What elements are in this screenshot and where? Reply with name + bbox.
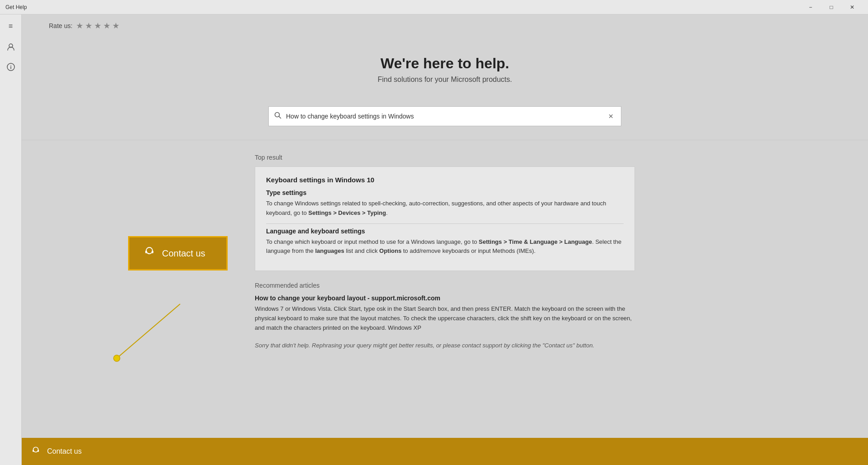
contact-us-callout-button[interactable]: Contact us bbox=[128, 236, 228, 270]
sidebar-item-contact[interactable] bbox=[2, 38, 20, 56]
clear-search-button[interactable]: ✕ bbox=[606, 111, 615, 122]
article-item: How to change your keyboard layout - sup… bbox=[255, 294, 635, 332]
svg-line-5 bbox=[279, 117, 281, 119]
hero-title: We're here to help. bbox=[31, 55, 859, 72]
search-input[interactable] bbox=[286, 113, 606, 120]
contact-callout-label: Contact us bbox=[162, 248, 205, 259]
sorry-text: Sorry that didn't help. Rephrasing your … bbox=[255, 342, 635, 349]
contact-person-icon bbox=[6, 43, 15, 52]
article-text: Windows 7 or Windows Vista. Click Start,… bbox=[255, 304, 635, 332]
language-settings-text: To change which keyboard or input method… bbox=[266, 237, 624, 256]
callout-headset-icon bbox=[143, 246, 156, 261]
main-content: Rate us: ★ ★ ★ ★ ★ We're here to help. F… bbox=[22, 14, 868, 465]
svg-rect-7 bbox=[145, 251, 147, 253]
maximize-button[interactable]: □ bbox=[821, 0, 842, 14]
close-button[interactable]: ✕ bbox=[842, 0, 863, 14]
search-box: ✕ bbox=[268, 106, 621, 126]
rating-bar: Rate us: ★ ★ ★ ★ ★ bbox=[22, 14, 868, 37]
svg-point-11 bbox=[33, 447, 38, 452]
bottom-contact-bar[interactable]: Contact us bbox=[22, 438, 868, 465]
language-settings-title: Language and keyboard settings bbox=[266, 223, 624, 235]
recommended-label: Recommended articles bbox=[255, 282, 635, 289]
contact-callout: Contact us bbox=[128, 236, 228, 270]
star-rating[interactable]: ★ ★ ★ ★ ★ bbox=[76, 21, 119, 31]
type-settings-title: Type settings bbox=[266, 189, 624, 196]
svg-rect-12 bbox=[33, 450, 34, 452]
title-bar: Get Help − □ ✕ bbox=[0, 0, 868, 14]
star-5[interactable]: ★ bbox=[112, 21, 119, 31]
rating-label: Rate us: bbox=[49, 22, 72, 29]
minimize-button[interactable]: − bbox=[800, 0, 821, 14]
type-settings-text: To change Windows settings related to sp… bbox=[266, 199, 624, 218]
content-area: Top result Keyboard settings in Windows … bbox=[228, 140, 662, 362]
star-2[interactable]: ★ bbox=[85, 21, 92, 31]
hero-section: We're here to help. Find solutions for y… bbox=[22, 37, 868, 97]
hero-subtitle: Find solutions for your Microsoft produc… bbox=[31, 76, 859, 84]
app-container: ≡ Rate us: ★ ★ ★ ★ ★ bbox=[0, 14, 868, 465]
sidebar: ≡ bbox=[0, 14, 22, 465]
info-circle-icon bbox=[6, 62, 15, 71]
bottom-contact-label: Contact us bbox=[47, 447, 81, 456]
svg-rect-8 bbox=[152, 251, 153, 253]
top-result-card: Keyboard settings in Windows 10 Type set… bbox=[255, 166, 635, 271]
result-card-title: Keyboard settings in Windows 10 bbox=[266, 176, 624, 184]
bottom-headset-icon bbox=[31, 446, 41, 458]
article-title: How to change your keyboard layout - sup… bbox=[255, 294, 635, 302]
svg-point-3 bbox=[10, 65, 11, 66]
svg-point-10 bbox=[114, 355, 120, 361]
sidebar-item-info[interactable] bbox=[2, 58, 20, 76]
search-icon bbox=[274, 112, 281, 121]
menu-button[interactable]: ≡ bbox=[2, 18, 20, 34]
star-3[interactable]: ★ bbox=[94, 21, 101, 31]
svg-line-9 bbox=[117, 304, 180, 358]
svg-rect-13 bbox=[38, 450, 39, 452]
search-container: ✕ bbox=[22, 97, 868, 126]
title-bar-controls: − □ ✕ bbox=[800, 0, 863, 14]
hamburger-icon: ≡ bbox=[9, 22, 13, 30]
top-result-label: Top result bbox=[255, 154, 635, 161]
star-1[interactable]: ★ bbox=[76, 21, 83, 31]
star-4[interactable]: ★ bbox=[103, 21, 110, 31]
title-bar-left: Get Help bbox=[5, 4, 27, 10]
app-title: Get Help bbox=[5, 4, 27, 10]
